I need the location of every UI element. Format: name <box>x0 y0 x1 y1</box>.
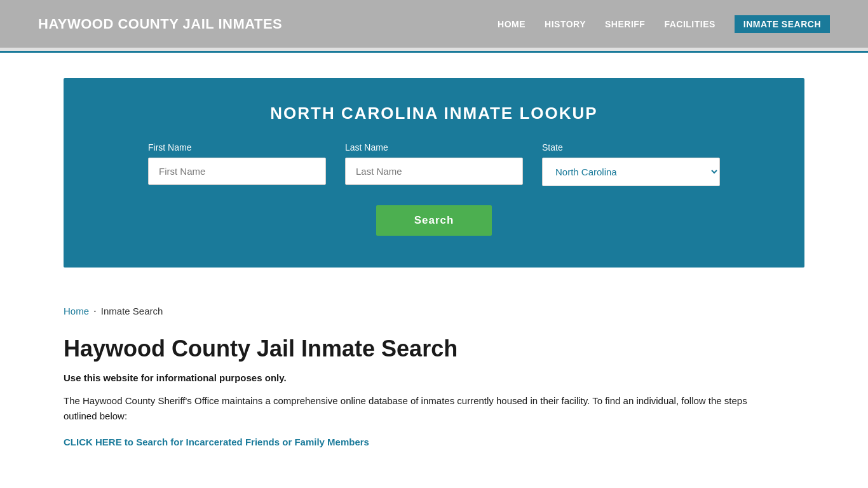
site-header: HAYWOOD COUNTY JAIL INMATES HOME HISTORY… <box>0 0 868 48</box>
header-bar <box>0 48 868 53</box>
search-button[interactable]: Search <box>376 205 492 236</box>
click-here-link[interactable]: CLICK HERE to Search for Incarcerated Fr… <box>64 437 369 447</box>
main-nav: HOME HISTORY SHERIFF FACILITIES INMATE S… <box>498 15 830 33</box>
search-form-row: First Name Last Name State North Carolin… <box>102 142 766 186</box>
info-bold-text: Use this website for informational purpo… <box>64 372 804 383</box>
breadcrumb-home-link[interactable]: Home <box>64 306 89 316</box>
last-name-group: Last Name <box>345 142 523 186</box>
first-name-label: First Name <box>148 142 326 152</box>
first-name-group: First Name <box>148 142 326 186</box>
nav-history[interactable]: HISTORY <box>545 19 586 29</box>
first-name-input[interactable] <box>148 158 326 185</box>
state-select[interactable]: North Carolina <box>542 158 720 186</box>
main-content: Haywood County Jail Inmate Search Use th… <box>0 323 868 473</box>
state-group: State North Carolina <box>542 142 720 186</box>
last-name-label: Last Name <box>345 142 523 152</box>
nav-facilities[interactable]: FACILITIES <box>664 19 715 29</box>
nav-sheriff[interactable]: SHERIFF <box>605 19 645 29</box>
last-name-input[interactable] <box>345 158 523 185</box>
info-paragraph: The Haywood County Sheriff's Office main… <box>64 393 763 424</box>
site-title: HAYWOOD COUNTY JAIL INMATES <box>38 16 282 32</box>
breadcrumb: Home • Inmate Search <box>0 293 868 323</box>
page-title: Haywood County Jail Inmate Search <box>64 336 804 362</box>
nav-home[interactable]: HOME <box>498 19 526 29</box>
search-btn-row: Search <box>102 205 766 236</box>
state-label: State <box>542 142 720 152</box>
breadcrumb-current-page: Inmate Search <box>101 306 163 316</box>
search-section-title: NORTH CAROLINA INMATE LOOKUP <box>102 104 766 123</box>
search-section: NORTH CAROLINA INMATE LOOKUP First Name … <box>64 78 804 268</box>
breadcrumb-separator: • <box>94 308 96 314</box>
nav-inmate-search[interactable]: INMATE SEARCH <box>735 15 830 33</box>
